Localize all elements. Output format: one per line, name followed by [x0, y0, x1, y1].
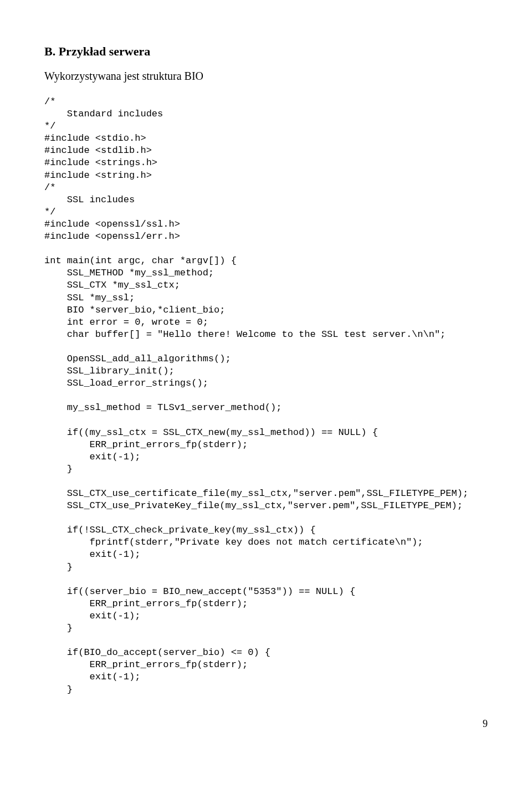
section-subheading: Wykorzystywana jest struktura BIO	[44, 70, 488, 83]
page-number: 9	[44, 718, 488, 730]
section-heading: B. Przykład serwera	[44, 44, 488, 59]
code-block: /* Standard includes */ #include <stdio.…	[44, 96, 488, 696]
